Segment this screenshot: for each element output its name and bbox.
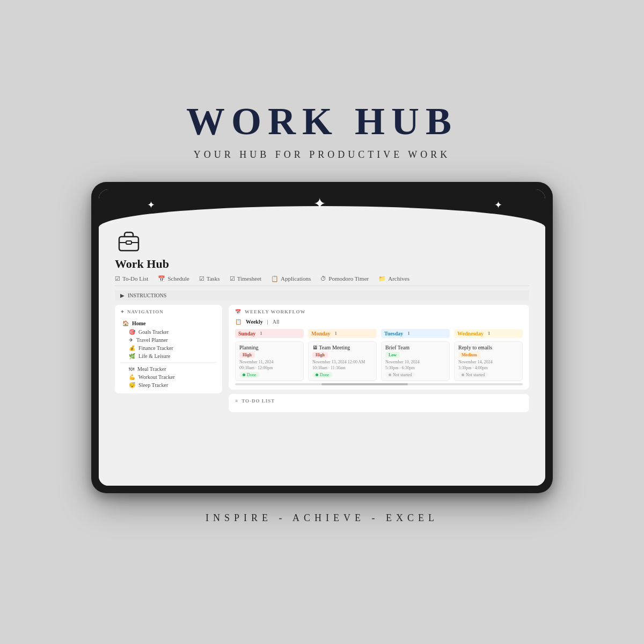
task-badge-low-tuesday: Low [385, 352, 400, 358]
weekly-workflow-widget: 📅 WEEKLY WORKFLOW 📋 Weekly | All [229, 305, 529, 390]
task-time-monday: 10:30am · 11:30am [312, 365, 372, 370]
star-icon-center: ✦ [313, 195, 326, 213]
tablet-screen: ✦ ✦ ✦ Work Hub [99, 189, 545, 486]
page-wrapper: WORK HUB YOUR HUB FOR PRODUCTIVE WORK ✦ … [0, 0, 644, 644]
task-time-sunday: 09:30am · 12:00pm [239, 365, 299, 370]
task-date-monday: November 13, 2024 12:00 AM [312, 360, 372, 364]
day-header-tuesday: Tuesday 1 [381, 329, 450, 338]
content-columns: ✦ NAVIGATION 🏠 Home 🎯 Goals Tracker [115, 305, 529, 480]
subtitle: YOUR HUB FOR PRODUCTIVE WORK [194, 149, 451, 160]
page-title-row: Work Hub [115, 257, 529, 271]
day-header-wednesday: Wednesday 1 [454, 329, 523, 338]
left-sidebar: ✦ NAVIGATION 🏠 Home 🎯 Goals Tracker [115, 305, 222, 480]
status-dot-sunday [243, 374, 245, 376]
task-status-monday: Done [312, 372, 332, 378]
nav-item-finance[interactable]: 💰 Finance Tracker [120, 344, 217, 352]
tablet-header-decoration: ✦ ✦ ✦ [99, 189, 545, 227]
tab-todo-list[interactable]: ☑ To-Do List [115, 275, 148, 282]
finance-icon: 💰 [129, 345, 135, 351]
sleep-icon: 😴 [129, 382, 135, 388]
weekly-view-tabs: 📋 Weekly | All [235, 319, 523, 325]
task-date-tuesday: November 10, 2024 [385, 360, 445, 364]
tab-pomodoro[interactable]: ⏱ Pomodoro Timer [320, 275, 369, 282]
status-dot-tuesday [389, 374, 391, 376]
nav-item-sleep[interactable]: 😴 Sleep Tracker [120, 381, 217, 389]
todo-list-icon: ≡ [235, 398, 238, 404]
view-tab-weekly[interactable]: Weekly [246, 319, 263, 325]
status-dot-monday [316, 374, 318, 376]
workout-icon: 💪 [129, 374, 135, 380]
main-title: WORK HUB [186, 99, 458, 144]
instructions-arrow: ▶ [120, 292, 125, 298]
schedule-icon: 📅 [158, 275, 165, 282]
travel-icon: ✈ [129, 337, 133, 343]
task-badge-high-monday: High [312, 352, 328, 358]
nav-item-travel[interactable]: ✈ Travel Planner [120, 336, 217, 344]
task-status-sunday: Done [239, 372, 259, 378]
task-badge-high-sunday: High [239, 352, 255, 358]
day-header-sunday: Sunday 1 [235, 329, 304, 338]
view-tab-separator: | [267, 319, 268, 325]
calendar-icon: 📅 [235, 309, 241, 314]
todo-widget-title: ≡ TO-DO LIST [235, 398, 523, 404]
task-title-wednesday: Reply to emails [458, 345, 518, 350]
archives-icon: 📁 [378, 275, 386, 282]
task-title-monday: 🖥 Team Meeting [312, 345, 372, 350]
tasks-icon: ☑ [199, 275, 204, 282]
pomodoro-icon: ⏱ [320, 275, 326, 282]
page-title: Work Hub [115, 257, 169, 271]
nav-item-leisure[interactable]: 🌿 Life & Leisure [120, 352, 217, 360]
tagline: INSPIRE - ACHIEVE - EXCEL [206, 513, 438, 524]
task-title-planning: Planning [239, 345, 299, 350]
todo-widget: ≡ TO-DO LIST [229, 394, 529, 412]
nav-item-workout[interactable]: 💪 Workout Tracker [120, 373, 217, 381]
day-column-monday: Monday 1 🖥 Team Meeting High November 13… [308, 329, 377, 381]
right-main: 📅 WEEKLY WORKFLOW 📋 Weekly | All [229, 305, 529, 480]
notion-tabs: ☑ To-Do List 📅 Schedule ☑ Tasks ☑ Timesh… [115, 275, 529, 286]
svg-rect-1 [126, 241, 131, 244]
tab-archives[interactable]: 📁 Archives [378, 275, 409, 282]
timesheet-icon: ☑ [230, 275, 235, 282]
goals-icon: 🎯 [129, 329, 135, 335]
task-date-sunday: November 11, 2024 [239, 360, 299, 364]
day-column-sunday: Sunday 1 Planning High November 11, 2024… [235, 329, 304, 381]
instructions-bar[interactable]: ▶ INSTRUCTIONS [115, 290, 529, 301]
applications-icon: 📋 [271, 275, 279, 282]
task-card-brief-team[interactable]: Brief Team Low November 10, 2024 5:30pm … [381, 341, 450, 381]
view-tab-all[interactable]: All [273, 319, 280, 325]
task-time-tuesday: 5:30pm · 6:30pm [385, 365, 445, 370]
nav-item-meal[interactable]: 🍽 Meal Tracker [120, 365, 217, 373]
day-column-tuesday: Tuesday 1 Brief Team Low November 10, 20… [381, 329, 450, 381]
task-card-team-meeting[interactable]: 🖥 Team Meeting High November 13, 2024 12… [308, 341, 377, 381]
nav-item-home[interactable]: 🏠 Home [120, 319, 217, 328]
task-card-planning[interactable]: Planning High November 11, 2024 09:30am … [235, 341, 304, 381]
nav-section: ✦ NAVIGATION 🏠 Home 🎯 Goals Tracker [115, 305, 222, 393]
nav-item-goals[interactable]: 🎯 Goals Tracker [120, 328, 217, 336]
notion-content: Work Hub ☑ To-Do List 📅 Schedule ☑ Tasks [99, 227, 545, 486]
star-icon-left: ✦ [147, 199, 155, 211]
nav-header: ✦ NAVIGATION [120, 309, 217, 314]
home-icon: 🏠 [122, 320, 129, 326]
meal-icon: 🍽 [129, 366, 134, 372]
task-time-wednesday: 3:30pm · 4:00pm [458, 365, 518, 370]
scroll-indicator [235, 383, 523, 385]
day-header-monday: Monday 1 [308, 329, 377, 338]
instructions-label: INSTRUCTIONS [128, 292, 166, 298]
leisure-icon: 🌿 [129, 353, 135, 359]
task-status-wednesday: Not started [458, 372, 488, 378]
tab-schedule[interactable]: 📅 Schedule [158, 275, 189, 282]
todo-icon: ☑ [115, 275, 120, 282]
task-badge-medium-wednesday: Medium [458, 352, 480, 358]
nav-star-icon: ✦ [120, 309, 125, 314]
tab-tasks[interactable]: ☑ Tasks [199, 275, 220, 282]
scroll-thumb [321, 383, 408, 385]
tablet-container: ✦ ✦ ✦ Work Hub [91, 182, 553, 493]
task-title-tuesday: Brief Team [385, 345, 445, 350]
status-dot-wednesday [462, 374, 464, 376]
weekly-workflow-title: 📅 WEEKLY WORKFLOW [235, 309, 523, 314]
tab-timesheet[interactable]: ☑ Timesheet [230, 275, 261, 282]
tab-applications[interactable]: 📋 Applications [271, 275, 311, 282]
nav-divider [120, 362, 217, 363]
weekly-columns: Sunday 1 Planning High November 11, 2024… [235, 329, 523, 381]
task-card-reply-emails[interactable]: Reply to emails Medium November 14, 2024… [454, 341, 523, 381]
